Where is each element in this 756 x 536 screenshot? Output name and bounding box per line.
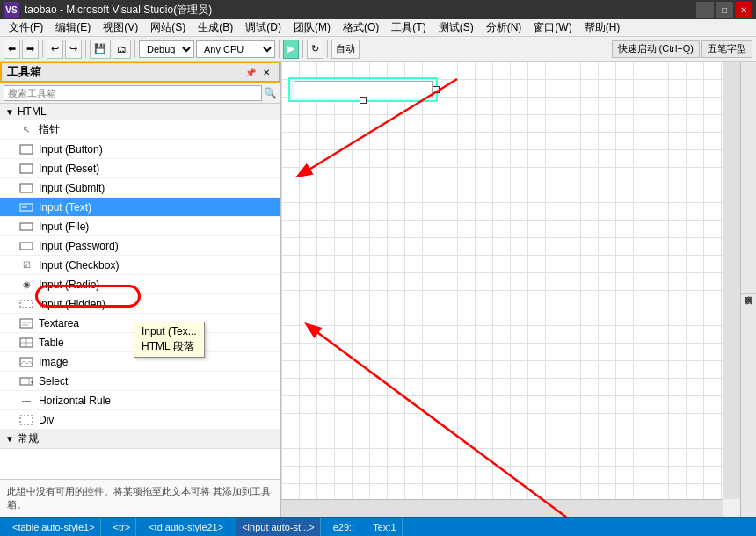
textarea-icon <box>18 316 35 330</box>
toolbox-item-input-checkbox[interactable]: ☑ Input (Checkbox) <box>0 256 280 275</box>
table-icon <box>18 336 35 350</box>
status-text[interactable]: Text1 <box>367 518 402 536</box>
refresh-button[interactable]: ↻ <box>307 40 323 59</box>
toolbox-item-input-reset[interactable]: Input (Reset) <box>0 159 280 178</box>
svg-rect-2 <box>20 184 33 192</box>
group-arrow-icon: ▼ <box>5 107 14 117</box>
menu-edit[interactable]: 编辑(E) <box>50 18 96 37</box>
title-bar-controls[interactable]: — □ ✕ <box>696 2 752 18</box>
tooltip-item-html-para[interactable]: HTML 段落 <box>142 338 197 355</box>
save-button[interactable]: 💾 <box>90 40 111 59</box>
quick-start-button[interactable]: 快速启动 (Ctrl+Q) <box>612 40 700 58</box>
toolbar-sep-2 <box>85 40 86 58</box>
input-reset-icon <box>18 162 35 176</box>
status-pos[interactable]: e29:: <box>328 518 360 536</box>
input-submit-icon <box>18 181 35 195</box>
search-icon: 🔍 <box>264 87 277 99</box>
menu-test[interactable]: 测试(S) <box>433 18 479 37</box>
input-checkbox-icon: ☑ <box>18 258 35 272</box>
status-table[interactable]: <table.auto-style1> <box>7 518 101 536</box>
toolbar: ⬅ ➡ ↩ ↪ 💾 🗂 Debug Any CPU ▶ ↻ 自动 快速启动 (C… <box>0 37 756 62</box>
toolbox-title-row: 工具箱 <box>7 64 41 80</box>
nav-back-button[interactable]: ⬅ <box>4 40 20 59</box>
toolbox-title: 工具箱 <box>7 64 41 80</box>
menu-window[interactable]: 窗口(W) <box>528 18 577 37</box>
debug-config-select[interactable]: Debug <box>139 40 194 58</box>
window-title: taobao - Microsoft Visual Studio(管理员) <box>25 3 212 18</box>
run-button[interactable]: ▶ <box>283 40 299 59</box>
menu-website[interactable]: 网站(S) <box>145 18 191 37</box>
toolbox-search-input[interactable] <box>4 85 262 101</box>
input-password-icon <box>18 239 35 253</box>
input-hidden-icon <box>18 297 35 311</box>
input-text-icon <box>18 200 35 214</box>
div-icon <box>18 413 35 427</box>
auto-button[interactable]: 自动 <box>331 40 360 59</box>
toolbox-group-html[interactable]: ▼ HTML <box>0 104 280 120</box>
close-button[interactable]: ✕ <box>735 2 752 18</box>
toolbar-sep-6 <box>327 40 328 58</box>
pointer-icon: ↖ <box>18 123 35 137</box>
menu-view[interactable]: 视图(V) <box>98 18 143 37</box>
toolbox-item-pointer[interactable]: ↖ 指针 <box>0 120 280 140</box>
toolbox-close-button[interactable]: ✕ <box>259 65 273 79</box>
title-bar-left: VS taobao - Microsoft Visual Studio(管理员) <box>4 2 212 18</box>
canvas-input-element[interactable] <box>288 77 438 102</box>
input-radio-icon: ◉ <box>18 278 35 292</box>
svg-rect-18 <box>20 416 33 424</box>
menu-help[interactable]: 帮助(H) <box>579 18 626 37</box>
status-td[interactable]: <td.auto-style21> <box>143 518 229 536</box>
menu-file[interactable]: 文件(F) <box>4 18 48 37</box>
toolbox-pin-button[interactable]: 📌 <box>244 65 258 79</box>
toolbox-item-div[interactable]: Div <box>0 410 280 430</box>
toolbar-sep-3 <box>134 40 135 58</box>
toolbox-header-buttons[interactable]: 📌 ✕ <box>244 65 273 79</box>
nav-forward-button[interactable]: ➡ <box>22 40 39 59</box>
toolbox-group-general[interactable]: ▼ 常规 <box>0 430 280 449</box>
menu-analyze[interactable]: 分析(N) <box>481 18 527 37</box>
toolbox-list: ▼ HTML ↖ 指针 Input (Button) Input (Reset) <box>0 104 280 479</box>
image-icon <box>18 355 35 369</box>
menu-build[interactable]: 生成(B) <box>193 18 238 37</box>
toolbox-item-input-file[interactable]: Input (File) <box>0 217 280 236</box>
toolbox-item-input-submit[interactable]: Input (Submit) <box>0 178 280 198</box>
menu-format[interactable]: 格式(O) <box>338 18 384 37</box>
status-tr[interactable]: <tr> <box>108 518 137 536</box>
font-button[interactable]: 五笔字型 <box>701 40 752 58</box>
toolbox-item-input-text[interactable]: Input (Text) <box>0 198 280 217</box>
toolbox-bottom-text: 此组中没有可用的控件。将某项拖至此文本可将 其添加到工具箱。 <box>0 479 280 517</box>
maximize-button[interactable]: □ <box>716 2 733 18</box>
canvas-scrollbar-vertical[interactable] <box>723 62 740 499</box>
svg-rect-0 <box>20 145 33 154</box>
group-general-label: 常规 <box>18 431 39 446</box>
redo-button[interactable]: ↪ <box>65 40 82 59</box>
svg-rect-7 <box>20 301 33 308</box>
save-all-button[interactable]: 🗂 <box>113 40 131 59</box>
right-sidebar: 错误列表 属 性 调 试 解决方案 <box>740 62 756 517</box>
menu-debug[interactable]: 调试(D) <box>240 18 287 37</box>
canvas-scrollbar-horizontal[interactable] <box>281 499 723 517</box>
minimize-button[interactable]: — <box>696 2 714 18</box>
toolbox-search-row: 🔍 <box>0 83 280 104</box>
right-panel-item-error[interactable]: 错误列表 <box>741 286 756 294</box>
main-area: 工具箱 📌 ✕ 🔍 ▼ HTML ↖ 指针 <box>0 62 756 517</box>
toolbox-item-hr[interactable]: — Horizontal Rule <box>0 391 280 410</box>
toolbox-item-input-radio[interactable]: ◉ Input (Radio) <box>0 275 280 294</box>
toolbox-item-select[interactable]: ▼ Select <box>0 372 280 391</box>
toolbar-sep-4 <box>279 40 280 58</box>
toolbox-item-input-hidden[interactable]: Input (Hidden) <box>0 294 280 314</box>
status-input[interactable]: <input auto-st...> <box>236 518 321 536</box>
undo-button[interactable]: ↩ <box>47 40 63 59</box>
toolbar-sep-1 <box>42 40 43 58</box>
menu-tools[interactable]: 工具(T) <box>386 18 431 37</box>
toolbox-item-input-password[interactable]: Input (Password) <box>0 236 280 256</box>
tooltip-item-input-text[interactable]: Input (Tex... <box>142 324 197 338</box>
cpu-platform-select[interactable]: Any CPU <box>196 40 275 58</box>
svg-rect-6 <box>20 243 33 250</box>
toolbox-item-input-button[interactable]: Input (Button) <box>0 140 280 159</box>
menu-team[interactable]: 团队(M) <box>288 18 336 37</box>
title-bar: VS taobao - Microsoft Visual Studio(管理员)… <box>0 0 756 19</box>
select-icon: ▼ <box>18 374 35 388</box>
toolbox-header: 工具箱 📌 ✕ <box>0 62 280 83</box>
canvas-grid[interactable] <box>281 62 723 499</box>
